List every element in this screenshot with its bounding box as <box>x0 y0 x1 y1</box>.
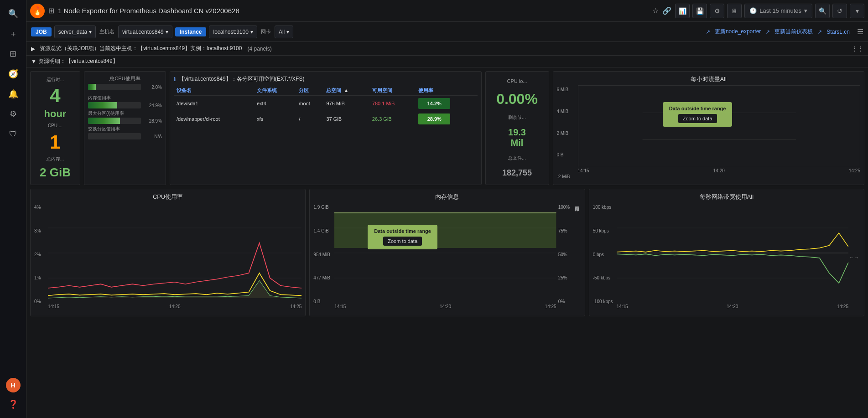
avail-cell: 780.1 MiB <box>369 96 416 112</box>
update-dashboard-link[interactable]: 更新当前仪表板 <box>774 28 813 36</box>
tv-button[interactable]: 🖥 <box>727 4 742 18</box>
remain-label: 剩余节... <box>508 114 525 121</box>
sidebar-item-help[interactable]: ❓ <box>4 395 22 413</box>
network-svg <box>617 203 848 303</box>
y-75pct: 75% <box>558 228 573 233</box>
star-icon[interactable]: ☆ <box>652 6 659 15</box>
job-dropdown[interactable]: server_data ▾ <box>54 26 96 38</box>
cpu-chart-title: CPU使用率 <box>34 193 301 201</box>
instance-label[interactable]: Instance <box>175 27 207 36</box>
host-value: virtual.centos849 <box>122 29 164 35</box>
total-cell: 37 GiB <box>323 111 369 127</box>
memory-right-label: 可用内存百分比 <box>573 203 581 312</box>
cpu-chart-area: 4% 3% 2% 1% 0% <box>34 203 301 312</box>
root-bar-label: 最大分区(/)使用率 <box>88 110 162 117</box>
y-100pct: 100% <box>558 205 573 210</box>
col-total[interactable]: 总空间 ▲ <box>323 86 369 96</box>
instance-dropdown[interactable]: localhost:9100 ▾ <box>209 26 257 38</box>
y-4pct: 4% <box>34 205 46 210</box>
flow-chart-area: 6 MiB 4 MiB 2 MiB 0 B -2 MiB Data outsid… <box>557 85 861 181</box>
save-button[interactable]: 💾 <box>692 4 707 18</box>
cpu-bar-row-3: 最大分区(/)使用率 28.9% <box>88 110 162 124</box>
job-value: server_data <box>58 29 87 35</box>
zoom-title: Data outside time range <box>669 106 726 111</box>
update-exporter-link[interactable]: 更新node_exporter <box>715 28 761 36</box>
chevron-down-icon: ▾ <box>89 29 92 35</box>
sidebar: 🔍 ＋ ⊞ 🧭 🔔 ⚙ 🛡 H ❓ <box>0 0 26 418</box>
chevron-right-icon: ▶ <box>31 46 35 52</box>
nic-dropdown[interactable]: All ▾ <box>275 26 293 38</box>
time-range-label: Last 15 minutes <box>759 7 801 14</box>
sidebar-item-settings[interactable]: ⚙ <box>4 105 22 123</box>
y-0pct-r: 0% <box>558 299 573 304</box>
zoom-overlay: Data outside time range Zoom to data <box>663 102 733 127</box>
zoom-out-button[interactable]: 🔍 <box>815 4 830 18</box>
sidebar-item-search[interactable]: 🔍 <box>4 5 22 23</box>
chevron-down-icon: ▾ <box>286 29 289 35</box>
x-mem-1420: 14:20 <box>440 304 451 309</box>
y-label-4mib: 4 MiB <box>557 109 570 114</box>
section-menu-icon[interactable]: ⋮⋮ <box>852 45 863 52</box>
sidebar-item-dashboards[interactable]: ⊞ <box>4 45 22 63</box>
cpu-io-panel: CPU io... 0.00% 剩余节... 19.3Mil 总文件... 18… <box>485 71 549 185</box>
memory-zoom-button[interactable]: Zoom to data <box>383 237 422 246</box>
x-mem-1415: 14:15 <box>334 304 346 309</box>
cpu-svg <box>48 203 301 303</box>
top-icons: 📊 💾 ⚙ 🖥 🕐 Last 15 minutes ▾ 🔍 ↺ ▾ <box>675 4 864 18</box>
stars-link[interactable]: StarsL.cn <box>826 29 850 35</box>
cpu-value: 1 <box>50 131 60 153</box>
disk-table: 设备名 文件系统 分区 总空间 ▲ 可用空间 使用率 /dev/sda1 ext… <box>174 86 478 127</box>
flow-chart-title: 每小时流量All <box>557 75 861 83</box>
x-net-1425: 14:25 <box>837 304 848 309</box>
swap-bar-val: N/A <box>146 134 162 139</box>
hourly-flow-panel: 每小时流量All 6 MiB 4 MiB 2 MiB 0 B -2 MiB Da… <box>553 71 865 185</box>
x-label-1425: 14:25 <box>849 168 860 173</box>
cpu-bar-1-val: 2.0% <box>146 85 162 90</box>
cpu-bar-row-2: 内存使用率 24.9% <box>88 95 162 108</box>
usage-cell: 14.2% <box>416 96 477 112</box>
y-0pct: 0% <box>34 299 46 304</box>
cpu-io-pct: 0.00% <box>496 91 538 108</box>
refresh-options-button[interactable]: ▾ <box>850 4 864 18</box>
col-mount[interactable]: 分区 <box>296 86 323 96</box>
host-dropdown[interactable]: virtual.centos849 ▾ <box>118 26 172 38</box>
mount-cell: /boot <box>296 96 323 112</box>
time-range-picker[interactable]: 🕐 Last 15 minutes ▾ <box>744 4 812 18</box>
table-row: /dev/sda1 ext4 /boot 976 MiB 780.1 MiB 1… <box>174 96 478 112</box>
avatar[interactable]: H <box>6 378 21 392</box>
share-icon[interactable]: 🔗 <box>662 6 671 15</box>
info-icon: ℹ <box>174 76 176 83</box>
refresh-button[interactable]: ↺ <box>832 4 847 18</box>
table-row: /dev/mapper/cl-root xfs / 37 GiB 26.3 Gi… <box>174 111 478 127</box>
root-bar-val: 28.9% <box>146 119 162 124</box>
cpu-bar-row-1: 2.0% <box>88 84 162 90</box>
external-link-icon2: ↗ <box>765 29 770 35</box>
usage-cell: 28.9% <box>416 111 477 127</box>
sidebar-item-alerts[interactable]: 🔔 <box>4 85 22 103</box>
settings-button[interactable]: ⚙ <box>710 4 724 18</box>
avail-cell: 26.3 GiB <box>369 111 416 127</box>
col-usage[interactable]: 使用率 <box>416 86 477 96</box>
page-title: 1 Node Exporter for Prometheus Dashboard… <box>58 7 649 15</box>
col-avail[interactable]: 可用空间 <box>369 86 416 96</box>
memory-chart-title: 内存信息 <box>313 193 581 201</box>
y-1pct: 1% <box>34 275 46 280</box>
chevron-down2-icon: ▼ <box>31 58 36 65</box>
x-net-1420: 14:20 <box>727 304 738 309</box>
sidebar-item-add[interactable]: ＋ <box>4 25 22 43</box>
nic-label: 网卡 <box>260 28 272 35</box>
cpu-usage-chart-panel: CPU使用率 4% 3% 2% 1% 0% <box>30 189 306 316</box>
memory-bar-label: 内存使用率 <box>88 95 162 101</box>
sidebar-item-shield[interactable]: 🛡 <box>4 125 22 143</box>
memory-chart-area: 1.9 GiB 1.4 GiB 954 MiB 477 MiB 0 B <box>313 203 581 312</box>
job-label[interactable]: JOB <box>31 27 52 36</box>
grid-icon: ⊞ <box>48 6 54 15</box>
add-panel-button[interactable]: 📊 <box>675 4 690 18</box>
col-fs[interactable]: 文件系统 <box>254 86 296 96</box>
zoom-to-data-button[interactable]: Zoom to data <box>678 114 717 123</box>
sidebar-item-explore[interactable]: 🧭 <box>4 65 22 83</box>
top-nav: 🔥 ⊞ 1 Node Exporter for Prometheus Dashb… <box>26 0 868 22</box>
toolbar-menu-icon[interactable]: ☰ <box>857 27 863 36</box>
col-device[interactable]: 设备名 <box>174 86 254 96</box>
network-chart-title: 每秒网络带宽使用All <box>593 193 860 201</box>
